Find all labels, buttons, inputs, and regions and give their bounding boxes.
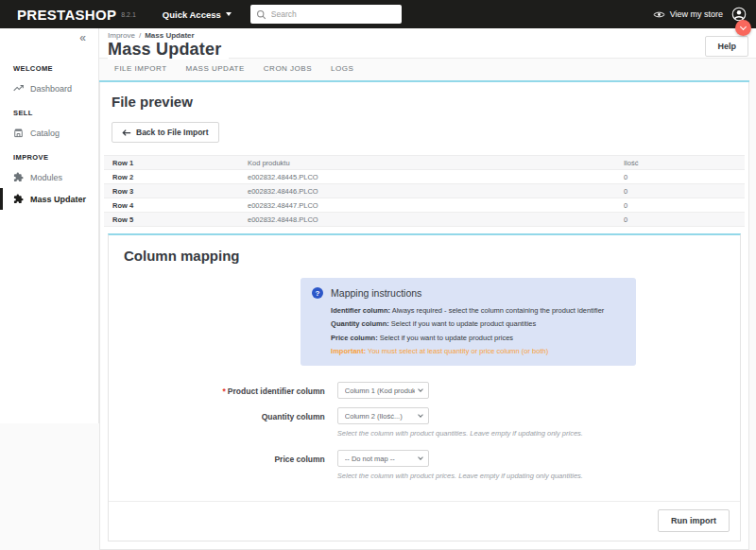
row-number-cell: Row 5 <box>104 213 246 227</box>
breadcrumb-parent[interactable]: Improve <box>108 31 135 40</box>
table-row: Row 3 e002832.48446.PLCO 0 <box>104 184 745 198</box>
quantity-column-label: Quantity column <box>109 407 337 441</box>
row-number-cell: Row 3 <box>104 184 246 198</box>
mapping-instructions-title: Mapping instructions <box>331 287 421 299</box>
back-button-label: Back to File Import <box>136 128 209 137</box>
arrow-left-icon <box>122 129 131 137</box>
column-mapping-title: Column mapping <box>124 248 740 264</box>
sidebar-item-label: Catalog <box>30 129 60 138</box>
row-number-cell: Row 4 <box>104 198 246 213</box>
quantity-cell: 0 <box>622 198 745 213</box>
search-input[interactable] <box>271 9 396 19</box>
sidebar-item-modules[interactable]: Modules <box>0 166 98 188</box>
product-code-cell: e002832.48445.PLCO <box>246 170 622 184</box>
view-my-store-link[interactable]: View my store <box>653 9 723 19</box>
sidebar-item-catalog[interactable]: Catalog <box>0 122 98 144</box>
table-row: Row 2 e002832.48445.PLCO 0 <box>104 170 745 184</box>
selected-option: Column 2 (Ilość...) <box>345 412 403 421</box>
selected-option: -- Do not map -- <box>345 455 395 463</box>
selected-option: Column 1 (Kod produktu...) <box>345 387 415 395</box>
form-row-price-column: Price column -- Do not map -- Select the… <box>109 450 740 484</box>
tab-mass-update[interactable]: MASS UPDATE <box>177 64 254 80</box>
card-footer: Run import <box>109 501 740 541</box>
app-window: PRESTASHOP 8.2.1 Quick Access View my st… <box>0 0 756 550</box>
file-preview-panel: File preview Back to File Import Row 1 K… <box>99 82 749 550</box>
mapping-instructions-header: ? Mapping instructions <box>312 287 625 299</box>
back-to-file-import-button[interactable]: Back to File Import <box>112 122 219 143</box>
sidebar-item-label: Dashboard <box>30 84 72 94</box>
sidebar-item-mass-updater[interactable]: Mass Updater <box>0 188 98 210</box>
row-number-cell: Row 1 <box>104 156 246 170</box>
breadcrumb-current: Mass Updater <box>145 31 194 40</box>
instruction-line: Price column: Select if you want to upda… <box>331 332 625 345</box>
chevron-down-icon <box>418 412 423 418</box>
mapping-instructions-lines: Identifier column: Always required - sel… <box>331 304 625 358</box>
column-mapping-card: Column mapping ? Mapping instructions Id… <box>108 233 741 541</box>
prestashop-logo[interactable]: PRESTASHOP <box>17 7 116 23</box>
run-import-button[interactable]: Run import <box>658 509 730 532</box>
price-column-label: Price column <box>109 450 337 484</box>
instruction-line: Quantity column: Select if you want to u… <box>331 318 625 331</box>
product-code-cell: Kod produktu <box>246 156 622 170</box>
quantity-column-select[interactable]: Column 2 (Ilość...) <box>337 407 429 424</box>
sidebar: « WELCOME Dashboard SELL <box>0 28 99 423</box>
price-help-text: Select the column with product prices. L… <box>337 472 740 480</box>
eye-icon <box>653 10 665 19</box>
mapping-instructions-box: ? Mapping instructions Identifier column… <box>301 278 636 366</box>
tab-file-import[interactable]: FILE IMPORT <box>105 64 177 80</box>
tab-cron-jobs[interactable]: CRON JOBS <box>254 64 321 80</box>
important-note: Important: You must select at least quan… <box>331 345 625 358</box>
quick-access-menu[interactable]: Quick Access <box>163 9 232 20</box>
column-mapping-form: *Product identifier column Column 1 (Kod… <box>109 382 740 484</box>
sidebar-item-label: Modules <box>30 173 62 182</box>
view-my-store-label: View my store <box>670 9 723 19</box>
sidebar-section-welcome: WELCOME <box>0 55 98 77</box>
puzzle-icon <box>13 172 24 182</box>
form-row-product-identifier: *Product identifier column Column 1 (Kod… <box>109 382 740 399</box>
product-identifier-label: *Product identifier column <box>109 382 337 399</box>
quantity-cell: 0 <box>622 170 745 184</box>
main-content: Improve / Mass Updater Mass Updater Help… <box>99 28 756 550</box>
help-circle-icon: ? <box>312 287 323 299</box>
chevron-down-icon <box>740 24 747 30</box>
file-preview-table: Row 1 Kod produktu Ilość Row 2 e002832.4… <box>104 155 745 227</box>
quantity-cell: 0 <box>622 213 745 227</box>
table-row: Row 1 Kod produktu Ilość <box>104 156 745 170</box>
product-identifier-select[interactable]: Column 1 (Kod produktu...) <box>337 382 429 399</box>
search-icon <box>256 9 266 20</box>
table-row: Row 4 e002832.48447.PLCO 0 <box>104 198 745 213</box>
file-preview-title: File preview <box>112 94 748 110</box>
quick-access-label: Quick Access <box>163 9 221 20</box>
chevron-down-icon <box>418 387 423 392</box>
sidebar-section-sell: SELL <box>0 99 98 122</box>
tab-bar: FILE IMPORT MASS UPDATE CRON JOBS LOGS <box>99 59 749 82</box>
tab-logs[interactable]: LOGS <box>321 64 363 80</box>
chevron-down-icon <box>418 455 423 460</box>
notification-badge[interactable] <box>735 20 751 36</box>
required-asterisk: * <box>223 387 226 396</box>
help-button[interactable]: Help <box>705 36 748 57</box>
breadcrumb-separator: / <box>139 31 141 40</box>
trending-up-icon <box>13 83 24 94</box>
page-header: Improve / Mass Updater Mass Updater Help <box>99 28 756 59</box>
page-title: Mass Updater <box>108 40 229 60</box>
quantity-cell: Ilość <box>622 156 745 170</box>
content-area: « WELCOME Dashboard SELL <box>0 28 756 550</box>
sidebar-item-dashboard[interactable]: Dashboard <box>0 77 98 99</box>
row-number-cell: Row 2 <box>104 170 246 184</box>
version-label: 8.2.1 <box>121 11 136 18</box>
table-row: Row 5 e002832.48448.PLCO 0 <box>104 213 745 227</box>
caret-down-icon <box>226 12 232 16</box>
sidebar-nav: WELCOME Dashboard SELL Catalog <box>0 28 98 210</box>
product-code-cell: e002832.48448.PLCO <box>246 213 622 227</box>
search-box[interactable] <box>250 5 402 24</box>
sidebar-collapse-button[interactable]: « <box>79 32 86 43</box>
sidebar-item-label: Mass Updater <box>30 195 86 204</box>
product-code-cell: e002832.48446.PLCO <box>246 184 622 198</box>
topbar-right: View my store <box>653 7 747 22</box>
price-column-select[interactable]: -- Do not map -- <box>337 450 429 467</box>
sidebar-section-improve: IMPROVE <box>0 144 98 166</box>
instruction-line: Identifier column: Always required - sel… <box>331 304 625 318</box>
product-code-cell: e002832.48447.PLCO <box>246 198 622 213</box>
quantity-cell: 0 <box>622 184 745 198</box>
